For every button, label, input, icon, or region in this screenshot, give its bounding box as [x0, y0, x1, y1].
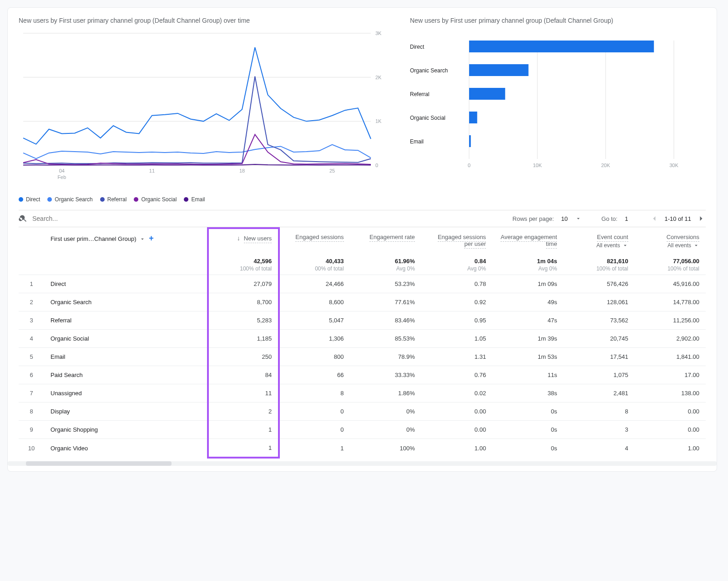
cell-event_count: 1,075	[563, 366, 634, 384]
prev-page-icon[interactable]	[650, 214, 659, 223]
legend-item[interactable]: Email	[184, 196, 205, 203]
col-header-eng_sess[interactable]: Engaged sessions	[279, 228, 350, 251]
cell-avg_eng_time: 47s	[492, 311, 563, 330]
horizontal-scrollbar[interactable]	[8, 461, 717, 466]
cell-eng_per_user: 0.95	[421, 311, 492, 330]
col-header-conversions[interactable]: ConversionsAll events	[635, 228, 706, 251]
bar-email[interactable]	[469, 135, 471, 147]
cell-eng_sess: 8	[279, 384, 350, 403]
add-dimension-button[interactable]: +	[147, 234, 156, 243]
series-organic social[interactable]	[23, 134, 371, 164]
cell-event_count: 128,061	[563, 293, 634, 311]
svg-text:0: 0	[468, 163, 470, 168]
cell-event_count: 73,562	[563, 311, 634, 330]
goto-value[interactable]: 1	[623, 215, 630, 222]
svg-text:Feb: Feb	[57, 174, 66, 180]
bar-organic social[interactable]	[469, 112, 477, 123]
legend-item[interactable]: Organic Social	[134, 196, 177, 203]
metric-scope-dropdown[interactable]: All events	[667, 242, 699, 249]
col-header-eng_rate[interactable]: Engagement rate	[350, 228, 421, 251]
cell-eng_rate: 77.61%	[350, 293, 421, 311]
cell-eng_sess: 8,600	[279, 293, 350, 311]
row-name[interactable]: Direct	[44, 275, 208, 293]
cell-avg_eng_time: 11s	[492, 366, 563, 384]
row-name[interactable]: Display	[44, 403, 208, 421]
col-header-eng_per_user[interactable]: Engaged sessions per user	[421, 228, 492, 251]
table-row[interactable]: 7Unassigned1181.86%0.0238s2,481138.00	[19, 384, 706, 403]
row-name[interactable]: Unassigned	[44, 384, 208, 403]
cell-avg_eng_time: 0s	[492, 403, 563, 421]
row-index: 1	[19, 275, 44, 293]
row-index: 2	[19, 293, 44, 311]
cell-eng_per_user: 0.02	[421, 384, 492, 403]
metric-scope-dropdown[interactable]: All events	[597, 242, 628, 249]
cell-eng_per_user: 0.92	[421, 293, 492, 311]
legend-item[interactable]: Organic Search	[47, 196, 92, 203]
cell-eng_per_user: 0.78	[421, 275, 492, 293]
cell-conversions: 14,778.00	[635, 293, 706, 311]
bar-referral[interactable]	[469, 88, 505, 100]
cell-eng_per_user: 0.00	[421, 403, 492, 421]
row-name[interactable]: Organic Video	[44, 439, 208, 458]
svg-text:Organic Social: Organic Social	[410, 115, 445, 121]
legend-item[interactable]: Direct	[19, 196, 40, 203]
svg-text:30K: 30K	[669, 163, 678, 168]
table-row[interactable]: 4Organic Social1,1851,30685.53%1.051m 39…	[19, 330, 706, 348]
col-header-avg_eng_time[interactable]: Average engagement time	[492, 228, 563, 251]
cell-new_users: 1	[208, 421, 279, 439]
table-row[interactable]: 3Referral5,2835,04783.46%0.9547s73,56211…	[19, 311, 706, 330]
cell-conversions: 1,841.00	[635, 348, 706, 366]
cell-avg_eng_time: 38s	[492, 384, 563, 403]
cell-event_count: 576,426	[563, 275, 634, 293]
cell-conversions: 45,916.00	[635, 275, 706, 293]
col-header-new_users[interactable]: ↓New users	[208, 228, 279, 251]
row-index: 6	[19, 366, 44, 384]
svg-text:18: 18	[239, 168, 245, 173]
goto-label: Go to:	[602, 215, 617, 222]
search-input[interactable]	[31, 214, 150, 223]
cell-new_users: 250	[208, 348, 279, 366]
table-row[interactable]: 10Organic Video11100%1.000s41.00	[19, 439, 706, 458]
rows-per-page-value[interactable]: 10	[559, 215, 569, 222]
svg-text:0: 0	[375, 163, 378, 168]
cell-new_users: 1	[208, 439, 279, 458]
table-row[interactable]: 9Organic Shopping100%0.000s30.00	[19, 421, 706, 439]
table-row[interactable]: 2Organic Search8,7008,60077.61%0.9249s12…	[19, 293, 706, 311]
cell-new_users: 11	[208, 384, 279, 403]
rows-per-page-label: Rows per page:	[512, 215, 554, 222]
row-name[interactable]: Organic Social	[44, 330, 208, 348]
series-organic search[interactable]	[23, 145, 371, 159]
cell-new_users: 2	[208, 403, 279, 421]
bar-chart[interactable]: 010K20K30KDirectOrganic SearchReferralOr…	[410, 29, 683, 193]
table-row[interactable]: 1Direct27,07924,46653.23%0.781m 09s576,4…	[19, 275, 706, 293]
table-row[interactable]: 6Paid Search846633.33%0.7611s1,07517.00	[19, 366, 706, 384]
report-card: New users by First user primary channel …	[7, 7, 717, 472]
next-page-icon[interactable]	[697, 214, 706, 223]
series-direct[interactable]	[23, 47, 371, 144]
caret-down-icon[interactable]	[575, 215, 581, 222]
row-name[interactable]: Organic Search	[44, 293, 208, 311]
row-index: 7	[19, 384, 44, 403]
bar-direct[interactable]	[469, 41, 654, 52]
cell-event_count: 20,745	[563, 330, 634, 348]
svg-text:25: 25	[329, 168, 335, 173]
line-chart[interactable]: 01K2K3K04111825Feb	[19, 29, 392, 193]
total-avg_eng_time: 1m 04sAvg 0%	[492, 251, 563, 275]
svg-text:10K: 10K	[533, 163, 542, 168]
cell-new_users: 8,700	[208, 293, 279, 311]
row-name[interactable]: Referral	[44, 311, 208, 330]
total-eng_sess: 40,43300% of total	[279, 251, 350, 275]
row-name[interactable]: Paid Search	[44, 366, 208, 384]
col-header-event_count[interactable]: Event countAll events	[563, 228, 634, 251]
row-name[interactable]: Organic Shopping	[44, 421, 208, 439]
cell-eng_sess: 5,047	[279, 311, 350, 330]
cell-avg_eng_time: 1m 09s	[492, 275, 563, 293]
svg-text:Referral: Referral	[410, 91, 430, 97]
legend-item[interactable]: Referral	[100, 196, 127, 203]
table-row[interactable]: 5Email25080078.9%1.311m 53s17,5411,841.0…	[19, 348, 706, 366]
row-name[interactable]: Email	[44, 348, 208, 366]
bar-organic search[interactable]	[469, 64, 529, 76]
svg-text:1K: 1K	[375, 118, 382, 124]
dimension-picker[interactable]: First user prim…Channel Group)	[51, 235, 146, 242]
table-row[interactable]: 8Display200%0.000s80.00	[19, 403, 706, 421]
